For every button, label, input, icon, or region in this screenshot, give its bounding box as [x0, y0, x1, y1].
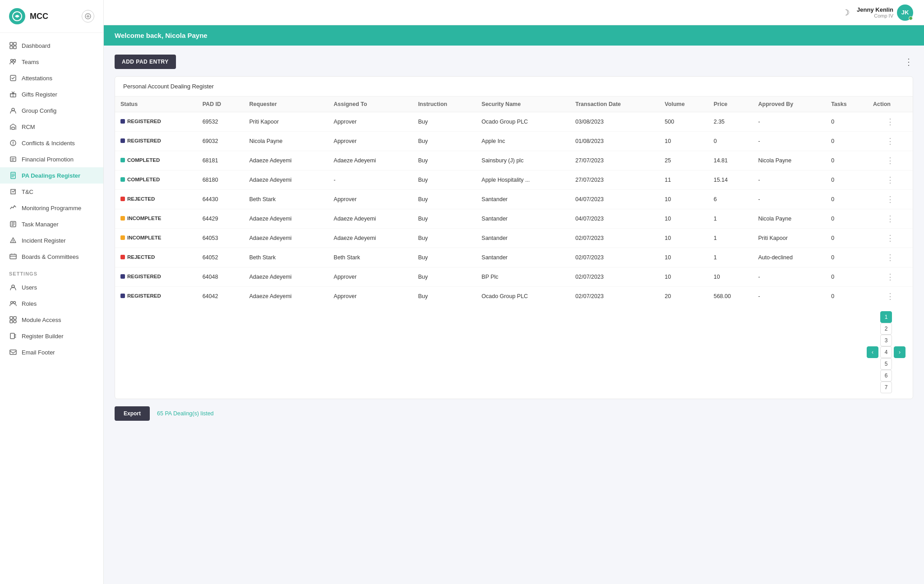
page-2-button[interactable]: 2: [880, 323, 892, 335]
tasks-cell: 0: [826, 248, 868, 267]
sidebar-item-group-config[interactable]: Group Config: [0, 102, 103, 119]
sidebar-item-financial-promotion[interactable]: Financial Promotion: [0, 151, 103, 167]
volume-cell: 10: [659, 209, 708, 229]
financial-icon: [9, 155, 17, 163]
requester-cell: Adaeze Adeyemi: [244, 267, 328, 287]
settings-item-users[interactable]: Users: [0, 279, 103, 295]
action-cell[interactable]: ⋮: [868, 229, 913, 248]
more-options-icon[interactable]: ⋮: [904, 56, 913, 67]
pagination-prev[interactable]: ‹: [867, 346, 878, 358]
security-name-cell: Apple Inc: [476, 132, 570, 151]
security-name-cell: Santander: [476, 209, 570, 229]
price-cell: 568.00: [708, 287, 753, 306]
status-dot: [120, 274, 125, 279]
action-cell[interactable]: ⋮: [868, 287, 913, 306]
sidebar-item-task-manager[interactable]: Task Manager: [0, 216, 103, 232]
sidebar-item-attestations[interactable]: Attestations: [0, 70, 103, 86]
sidebar-item-conflicts-incidents[interactable]: Conflicts & Incidents: [0, 135, 103, 151]
table-row: REJECTED 64052 Beth Stark Beth Stark Buy…: [115, 248, 913, 267]
user-role: Comp IV: [857, 13, 893, 18]
welcome-message: Welcome back, Nicola Payne: [115, 32, 208, 39]
svg-point-19: [14, 302, 16, 304]
requester-cell: Beth Stark: [244, 248, 328, 267]
action-cell[interactable]: ⋮: [868, 170, 913, 190]
page-5-button[interactable]: 5: [880, 358, 892, 370]
svg-rect-3: [14, 42, 16, 45]
col-header-approved-by: Approved By: [753, 97, 826, 112]
page-4-button[interactable]: 4: [880, 346, 892, 358]
table-row: REGISTERED 69532 Priti Kapoor Approver B…: [115, 112, 913, 132]
content-inner: ADD PAD ENTRY ⋮ Personal Account Dealing…: [104, 46, 924, 432]
table-row: REGISTERED 64042 Adaeze Adeyemi Approver…: [115, 287, 913, 306]
sidebar-item-monitoring-programme[interactable]: Monitoring Programme: [0, 200, 103, 216]
sidebar-item-incident-register[interactable]: Incident Register: [0, 232, 103, 248]
action-cell[interactable]: ⋮: [868, 112, 913, 132]
action-cell[interactable]: ⋮: [868, 190, 913, 209]
action-cell[interactable]: ⋮: [868, 151, 913, 170]
sidebar-item-teams[interactable]: Teams: [0, 54, 103, 70]
table-row: COMPLETED 68180 Adaeze Adeyemi - Buy App…: [115, 170, 913, 190]
price-cell: 1: [708, 229, 753, 248]
sidebar-item-rcm[interactable]: RCM: [0, 119, 103, 135]
sidebar-item-label: Gifts Register: [22, 91, 57, 98]
price-cell: 15.14: [708, 170, 753, 190]
assigned-to-cell: Adaeze Adeyemi: [328, 209, 413, 229]
col-header-status: Status: [115, 97, 197, 112]
pad-id-cell: 68180: [197, 170, 244, 190]
instruction-cell: Buy: [413, 209, 476, 229]
sidebar-item-boards-committees[interactable]: Boards & Committees: [0, 248, 103, 265]
pagination-next[interactable]: ›: [894, 346, 906, 358]
email-icon: [9, 348, 17, 356]
action-cell[interactable]: ⋮: [868, 132, 913, 151]
price-cell: 2.35: [708, 112, 753, 132]
sidebar-item-gifts-register[interactable]: Gifts Register: [0, 86, 103, 102]
settings-item-roles[interactable]: Roles: [0, 295, 103, 312]
requester-cell: Adaeze Adeyemi: [244, 209, 328, 229]
pad-id-cell: 64048: [197, 267, 244, 287]
status-cell: INCOMPLETE: [115, 229, 197, 248]
assigned-to-cell: Approver: [328, 112, 413, 132]
status-badge: INCOMPLETE: [127, 216, 161, 221]
bottom-toolbar: Export 65 PA Dealing(s) listed: [115, 399, 913, 423]
page-toolbar: ADD PAD ENTRY ⋮: [115, 55, 913, 69]
sidebar-item-dashboard[interactable]: Dashboard: [0, 37, 103, 54]
sidebar-add-button[interactable]: [82, 10, 94, 23]
transaction-date-cell: 02/07/2023: [570, 229, 659, 248]
svg-point-6: [11, 60, 13, 62]
sidebar: MCC Dashboard Teams Attestations Gifts R…: [0, 0, 104, 584]
settings-item-module-access[interactable]: Module Access: [0, 312, 103, 328]
page-1-button[interactable]: 1: [880, 311, 892, 323]
settings-item-register-builder[interactable]: Register Builder: [0, 328, 103, 344]
page-7-button[interactable]: 7: [880, 382, 892, 393]
status-cell: COMPLETED: [115, 151, 197, 170]
svg-rect-24: [10, 333, 14, 339]
col-header-requester: Requester: [244, 97, 328, 112]
sidebar-item-label: Financial Promotion: [22, 156, 74, 163]
tasks-cell: 0: [826, 112, 868, 132]
sidebar-logo: MCC: [0, 0, 103, 33]
sidebar-item-tc[interactable]: T&C: [0, 184, 103, 200]
tasks-cell: 0: [826, 190, 868, 209]
transaction-date-cell: 04/07/2023: [570, 190, 659, 209]
instruction-cell: Buy: [413, 267, 476, 287]
pad-id-cell: 64042: [197, 287, 244, 306]
page-3-button[interactable]: 3: [880, 335, 892, 346]
dark-mode-icon[interactable]: ☽: [842, 8, 850, 18]
sidebar-item-label: Task Manager: [22, 221, 59, 228]
sidebar-item-pa-dealings-register[interactable]: PA Dealings Register: [0, 167, 103, 184]
status-dot: [120, 158, 125, 162]
table-body: REGISTERED 69532 Priti Kapoor Approver B…: [115, 112, 913, 306]
table-header: StatusPAD IDRequesterAssigned ToInstruct…: [115, 97, 913, 112]
add-pad-entry-button[interactable]: ADD PAD ENTRY: [115, 55, 176, 69]
security-name-cell: Ocado Group PLC: [476, 112, 570, 132]
export-button[interactable]: Export: [115, 406, 150, 421]
page-6-button[interactable]: 6: [880, 370, 892, 382]
settings-item-email-footer[interactable]: Email Footer: [0, 344, 103, 360]
status-dot: [120, 138, 125, 143]
status-cell: REGISTERED: [115, 267, 197, 287]
action-cell[interactable]: ⋮: [868, 248, 913, 267]
action-cell[interactable]: ⋮: [868, 267, 913, 287]
assigned-to-cell: Approver: [328, 267, 413, 287]
action-cell[interactable]: ⋮: [868, 209, 913, 229]
status-dot: [120, 255, 125, 259]
